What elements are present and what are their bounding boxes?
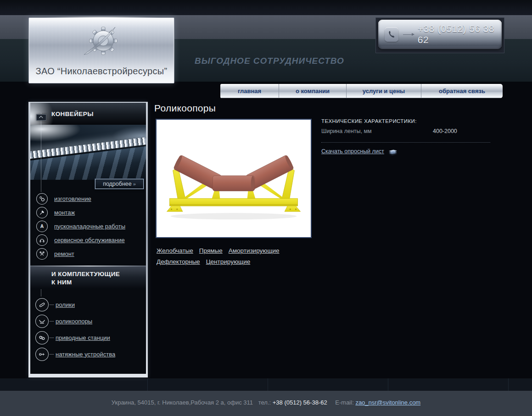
footer-email-label: E-mail: bbox=[335, 399, 353, 406]
nav-item-feedback[interactable]: обратная связь bbox=[421, 84, 503, 98]
scroll-up-marker[interactable] bbox=[36, 114, 46, 121]
link-repair[interactable]: ремонт bbox=[54, 250, 74, 257]
link-fabrication[interactable]: изготовление bbox=[54, 195, 91, 202]
footer-phone-label: тел.: bbox=[258, 399, 271, 406]
footer-address: Украина, 54015, г. Николаев,Рабочая 2 а,… bbox=[112, 399, 253, 406]
menu-item-fabrication: изготовление bbox=[30, 192, 146, 205]
footer: Украина, 54015, г. Николаев,Рабочая 2 а,… bbox=[0, 391, 532, 416]
service-headset-icon bbox=[36, 234, 48, 246]
dotted-guide-line bbox=[41, 289, 41, 296]
sidebar-inner: КОНВЕЙЕРЫ подробнее » bbox=[30, 103, 146, 374]
link-centering[interactable]: Центрирующие bbox=[206, 256, 251, 267]
top-strip bbox=[0, 0, 532, 15]
tensioner-icon bbox=[35, 348, 49, 361]
logo-shine bbox=[40, 16, 162, 20]
main-nav: главная о компании услуги и цены обратна… bbox=[220, 84, 503, 98]
link-shock-absorbing[interactable]: Амортизирующие bbox=[229, 245, 280, 256]
link-commissioning[interactable]: пусконаладочные работы bbox=[54, 223, 125, 230]
sidebar: КОНВЕЙЕРЫ подробнее » bbox=[28, 102, 148, 377]
sidebar-section-components-header: И КОМПЛЕКТУЮЩИЕ К НИМ bbox=[30, 266, 146, 289]
more-button-label: подробнее bbox=[103, 181, 132, 187]
dotted-connector bbox=[50, 305, 54, 305]
right-arrow-icon bbox=[403, 34, 414, 35]
phone-panel: +38 (0512) 56 38 62 bbox=[375, 17, 504, 53]
conveyor-photo bbox=[30, 125, 146, 180]
company-logo[interactable]: ЗАО “Николаевстройресурсы” bbox=[28, 17, 174, 83]
link-drive-stations[interactable]: приводные станции bbox=[56, 334, 110, 341]
menu-item-roller-supports: роликоопоры bbox=[30, 313, 146, 329]
download-link-label: Скачать опросный лист bbox=[321, 148, 384, 155]
components-menu: ролики роликоопоры bbox=[30, 296, 146, 362]
spec-row: Ширина ленты, мм 400-2000 bbox=[321, 128, 498, 134]
divider bbox=[508, 378, 509, 391]
product-image bbox=[156, 119, 312, 238]
roller-support-icon bbox=[35, 315, 49, 328]
page: ЗАО “Николаевстройресурсы” ВЫГОДНОЕ СОТР… bbox=[0, 0, 532, 416]
more-button[interactable]: подробнее » bbox=[95, 179, 144, 189]
nav-item-services[interactable]: услуги и цены bbox=[347, 84, 421, 98]
paper-stack-icon bbox=[387, 147, 398, 156]
menu-item-repair: ремонт bbox=[30, 247, 146, 261]
link-trough[interactable]: Желобчатые bbox=[157, 245, 193, 256]
phone-handset-icon bbox=[385, 27, 398, 42]
spec-label: Ширина ленты, мм bbox=[321, 128, 433, 134]
menu-item-tensioners: натяжные устройства bbox=[30, 346, 146, 362]
divider bbox=[388, 378, 388, 391]
phone-button: +38 (0512) 56 38 62 bbox=[378, 20, 502, 49]
trough-roller-support-art bbox=[157, 120, 311, 237]
footer-email-link[interactable]: zao_nsr@svitonline.com bbox=[355, 399, 420, 406]
link-rollers[interactable]: ролики bbox=[56, 301, 75, 308]
dotted-connector bbox=[50, 338, 54, 338]
pre-footer-band bbox=[0, 378, 532, 391]
sidebar-section-conveyors-header: КОНВЕЙЕРЫ bbox=[30, 103, 146, 125]
dotted-separator bbox=[321, 142, 490, 143]
repair-wrenches-icon bbox=[36, 248, 48, 260]
download-questionnaire-link[interactable]: Скачать опросный лист bbox=[321, 147, 398, 156]
section-title-line2: К НИМ bbox=[51, 278, 146, 287]
drive-station-icon bbox=[35, 331, 49, 344]
commissioning-letter-icon: А bbox=[36, 221, 48, 232]
menu-item-rollers: ролики bbox=[30, 296, 146, 313]
specs-heading: ТЕХНИЧЕСКИЕ ХАРАКТЕРИСТИКИ: bbox=[321, 118, 498, 124]
menu-item-service: сервисное обслуживание bbox=[30, 233, 146, 247]
fabrication-gears-icon bbox=[36, 193, 48, 205]
category-links: Желобчатые Прямые Амортизирующие Дефлект… bbox=[157, 245, 322, 267]
tech-specs: ТЕХНИЧЕСКИЕ ХАРАКТЕРИСТИКИ: Ширина ленты… bbox=[321, 118, 498, 156]
section-title: КОНВЕЙЕРЫ bbox=[51, 111, 94, 117]
divider bbox=[268, 378, 268, 391]
spec-value: 400-2000 bbox=[433, 128, 457, 134]
footer-phone: +38 (0512) 56-38-62 bbox=[273, 399, 327, 406]
tagline: ВЫГОДНОЕ СОТРУДНИЧЕСТВО bbox=[195, 56, 344, 66]
category-row: Дефлекторные Центрирующие bbox=[157, 256, 322, 267]
menu-item-drive-stations: приводные станции bbox=[30, 329, 146, 346]
dotted-connector bbox=[50, 354, 54, 355]
link-tensioners[interactable]: натяжные устройства bbox=[56, 351, 115, 358]
roller-icon bbox=[35, 298, 49, 311]
category-row: Желобчатые Прямые Амортизирующие bbox=[157, 245, 322, 256]
page-title: Роликоопоры bbox=[154, 103, 216, 114]
menu-item-commissioning: А пусконаладочные работы bbox=[30, 219, 146, 233]
mounting-hammer-icon bbox=[36, 207, 48, 218]
company-name: ЗАО “Николаевстройресурсы” bbox=[29, 66, 174, 77]
dotted-connector bbox=[50, 321, 54, 322]
svg-text:А: А bbox=[40, 224, 44, 229]
dotted-guide-line bbox=[41, 113, 41, 192]
divider bbox=[147, 378, 148, 391]
link-service[interactable]: сервисное обслуживание bbox=[54, 237, 125, 244]
nav-item-about[interactable]: о компании bbox=[279, 84, 347, 98]
download-row: Скачать опросный лист bbox=[321, 147, 498, 156]
nav-item-home[interactable]: главная bbox=[220, 84, 279, 98]
chevron-up-icon bbox=[39, 116, 43, 119]
menu-item-mounting: монтаж bbox=[30, 205, 146, 219]
link-mounting[interactable]: монтаж bbox=[54, 209, 75, 216]
more-button-arrow: » bbox=[133, 181, 136, 187]
section-title-line1: И КОМПЛЕКТУЮЩИЕ bbox=[51, 270, 146, 278]
link-roller-supports[interactable]: роликоопоры bbox=[56, 318, 92, 325]
phone-number: +38 (0512) 56 38 62 bbox=[418, 23, 502, 45]
footer-contacts: Украина, 54015, г. Николаев,Рабочая 2 а,… bbox=[0, 391, 532, 406]
link-deflector[interactable]: Дефлекторные bbox=[157, 256, 200, 267]
gear-blade-logo-icon bbox=[80, 22, 123, 63]
link-straight[interactable]: Прямые bbox=[199, 245, 223, 256]
conveyors-menu: изготовление монтаж А bbox=[30, 192, 146, 261]
